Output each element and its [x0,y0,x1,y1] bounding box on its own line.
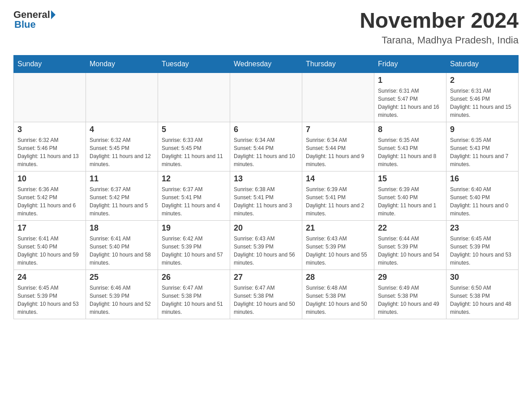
title-area: November 2024 Tarana, Madhya Pradesh, In… [360,9,519,46]
day-info: Sunrise: 6:50 AM Sunset: 5:38 PM Dayligh… [450,284,515,316]
day-info: Sunrise: 6:33 AM Sunset: 5:45 PM Dayligh… [162,136,226,168]
calendar-week-row: 3Sunrise: 6:32 AM Sunset: 5:46 PM Daylig… [14,122,519,171]
calendar-cell: 30Sunrise: 6:50 AM Sunset: 5:38 PM Dayli… [446,270,519,319]
calendar-cell: 20Sunrise: 6:43 AM Sunset: 5:39 PM Dayli… [230,220,302,270]
day-info: Sunrise: 6:39 AM Sunset: 5:41 PM Dayligh… [306,185,370,218]
header: General Blue November 2024 Tarana, Madhy… [13,9,519,46]
day-number: 30 [450,273,515,282]
calendar-cell: 2Sunrise: 6:31 AM Sunset: 5:46 PM Daylig… [446,73,519,122]
calendar-table: Sunday Monday Tuesday Wednesday Thursday… [13,55,519,319]
calendar-cell: 28Sunrise: 6:48 AM Sunset: 5:38 PM Dayli… [302,270,374,319]
calendar-cell: 21Sunrise: 6:43 AM Sunset: 5:39 PM Dayli… [302,220,374,270]
day-info: Sunrise: 6:31 AM Sunset: 5:46 PM Dayligh… [450,87,515,119]
day-number: 9 [450,125,515,134]
calendar-cell: 19Sunrise: 6:42 AM Sunset: 5:39 PM Dayli… [158,220,230,270]
logo: General Blue [13,9,56,30]
day-info: Sunrise: 6:44 AM Sunset: 5:39 PM Dayligh… [378,235,442,267]
calendar-cell: 4Sunrise: 6:32 AM Sunset: 5:45 PM Daylig… [86,122,158,171]
day-info: Sunrise: 6:35 AM Sunset: 5:43 PM Dayligh… [378,136,442,168]
calendar-cell: 17Sunrise: 6:41 AM Sunset: 5:40 PM Dayli… [14,220,86,270]
calendar-cell [230,73,302,122]
calendar-cell: 18Sunrise: 6:41 AM Sunset: 5:40 PM Dayli… [86,220,158,270]
subtitle: Tarana, Madhya Pradesh, India [360,34,519,46]
day-number: 23 [450,223,515,233]
day-number: 1 [378,76,442,85]
calendar-cell: 11Sunrise: 6:37 AM Sunset: 5:42 PM Dayli… [86,171,158,220]
calendar-cell: 25Sunrise: 6:46 AM Sunset: 5:39 PM Dayli… [86,270,158,319]
day-info: Sunrise: 6:36 AM Sunset: 5:42 PM Dayligh… [17,185,82,218]
day-info: Sunrise: 6:43 AM Sunset: 5:39 PM Dayligh… [234,235,298,267]
header-sunday: Sunday [14,55,86,73]
calendar-cell: 15Sunrise: 6:39 AM Sunset: 5:40 PM Dayli… [374,171,446,220]
day-number: 26 [162,273,226,282]
day-info: Sunrise: 6:38 AM Sunset: 5:41 PM Dayligh… [234,185,298,218]
calendar-cell: 26Sunrise: 6:47 AM Sunset: 5:38 PM Dayli… [158,270,230,319]
header-monday: Monday [86,55,158,73]
calendar-cell: 22Sunrise: 6:44 AM Sunset: 5:39 PM Dayli… [374,220,446,270]
header-tuesday: Tuesday [158,55,230,73]
day-number: 5 [162,125,226,134]
calendar-cell: 10Sunrise: 6:36 AM Sunset: 5:42 PM Dayli… [14,171,86,220]
day-info: Sunrise: 6:32 AM Sunset: 5:45 PM Dayligh… [90,136,154,168]
day-number: 20 [234,223,298,233]
day-number: 15 [378,174,442,184]
day-info: Sunrise: 6:39 AM Sunset: 5:40 PM Dayligh… [378,185,442,218]
day-number: 28 [306,273,370,282]
weekday-header-row: Sunday Monday Tuesday Wednesday Thursday… [14,55,519,73]
header-friday: Friday [374,55,446,73]
calendar-cell: 13Sunrise: 6:38 AM Sunset: 5:41 PM Dayli… [230,171,302,220]
day-info: Sunrise: 6:48 AM Sunset: 5:38 PM Dayligh… [306,284,370,316]
day-number: 18 [90,223,154,233]
calendar-cell: 24Sunrise: 6:45 AM Sunset: 5:39 PM Dayli… [14,270,86,319]
day-number: 17 [17,223,82,233]
day-number: 24 [17,273,82,282]
day-info: Sunrise: 6:37 AM Sunset: 5:41 PM Dayligh… [162,185,226,218]
day-number: 21 [306,223,370,233]
calendar-body: 1Sunrise: 6:31 AM Sunset: 5:47 PM Daylig… [14,73,519,319]
day-number: 6 [234,125,298,134]
day-number: 12 [162,174,226,184]
calendar-cell: 6Sunrise: 6:34 AM Sunset: 5:44 PM Daylig… [230,122,302,171]
day-info: Sunrise: 6:32 AM Sunset: 5:46 PM Dayligh… [17,136,82,168]
day-number: 16 [450,174,515,184]
page-title: November 2024 [360,9,519,33]
day-number: 19 [162,223,226,233]
header-saturday: Saturday [446,55,519,73]
calendar-cell [14,73,86,122]
day-info: Sunrise: 6:43 AM Sunset: 5:39 PM Dayligh… [306,235,370,267]
calendar-week-row: 24Sunrise: 6:45 AM Sunset: 5:39 PM Dayli… [14,270,519,319]
calendar-cell: 9Sunrise: 6:35 AM Sunset: 5:43 PM Daylig… [446,122,519,171]
calendar-cell [86,73,158,122]
day-info: Sunrise: 6:34 AM Sunset: 5:44 PM Dayligh… [234,136,298,168]
day-info: Sunrise: 6:46 AM Sunset: 5:39 PM Dayligh… [90,284,154,316]
day-info: Sunrise: 6:40 AM Sunset: 5:40 PM Dayligh… [450,185,515,218]
day-number: 25 [90,273,154,282]
day-info: Sunrise: 6:31 AM Sunset: 5:47 PM Dayligh… [378,87,442,119]
day-number: 7 [306,125,370,134]
calendar-cell [158,73,230,122]
day-number: 4 [90,125,154,134]
calendar-cell: 3Sunrise: 6:32 AM Sunset: 5:46 PM Daylig… [14,122,86,171]
day-info: Sunrise: 6:34 AM Sunset: 5:44 PM Dayligh… [306,136,370,168]
calendar-week-row: 10Sunrise: 6:36 AM Sunset: 5:42 PM Dayli… [14,171,519,220]
calendar-cell: 8Sunrise: 6:35 AM Sunset: 5:43 PM Daylig… [374,122,446,171]
day-number: 14 [306,174,370,184]
day-info: Sunrise: 6:49 AM Sunset: 5:38 PM Dayligh… [378,284,442,316]
calendar-cell [302,73,374,122]
calendar-cell: 29Sunrise: 6:49 AM Sunset: 5:38 PM Dayli… [374,270,446,319]
day-info: Sunrise: 6:45 AM Sunset: 5:39 PM Dayligh… [450,235,515,267]
calendar-cell: 12Sunrise: 6:37 AM Sunset: 5:41 PM Dayli… [158,171,230,220]
day-info: Sunrise: 6:37 AM Sunset: 5:42 PM Dayligh… [90,185,154,218]
logo-arrow-icon [51,10,56,19]
day-info: Sunrise: 6:41 AM Sunset: 5:40 PM Dayligh… [17,235,82,267]
calendar-cell: 7Sunrise: 6:34 AM Sunset: 5:44 PM Daylig… [302,122,374,171]
header-wednesday: Wednesday [230,55,302,73]
day-number: 27 [234,273,298,282]
calendar-cell: 16Sunrise: 6:40 AM Sunset: 5:40 PM Dayli… [446,171,519,220]
calendar-cell: 14Sunrise: 6:39 AM Sunset: 5:41 PM Dayli… [302,171,374,220]
header-thursday: Thursday [302,55,374,73]
calendar-cell: 27Sunrise: 6:47 AM Sunset: 5:38 PM Dayli… [230,270,302,319]
logo-blue-text: Blue [13,19,36,30]
day-number: 13 [234,174,298,184]
day-number: 10 [17,174,82,184]
